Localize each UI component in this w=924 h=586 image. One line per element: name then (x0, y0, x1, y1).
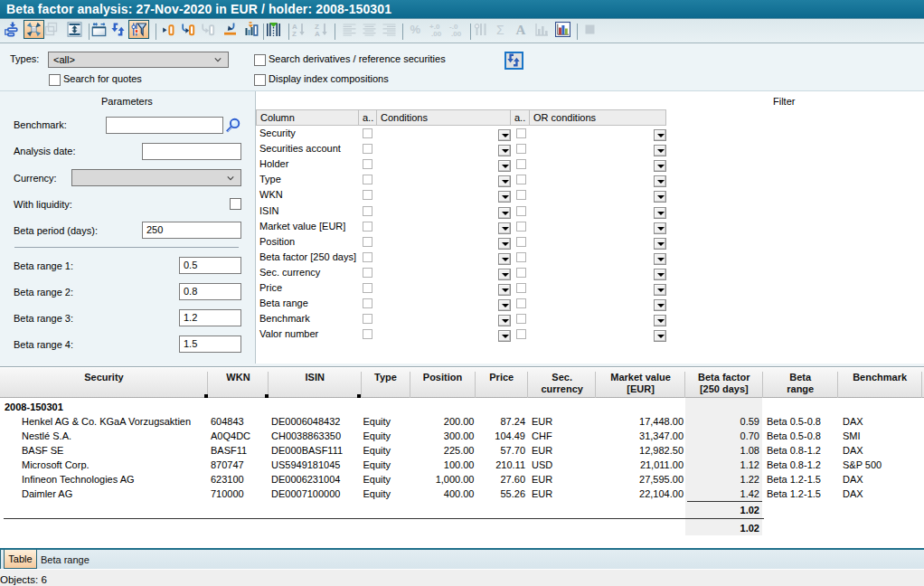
svg-text:Z: Z (292, 30, 297, 37)
svg-text:%: % (410, 23, 420, 36)
svg-text:.00: .00 (431, 30, 442, 38)
svg-text:.00: .00 (451, 30, 462, 38)
svg-text:Σ: Σ (496, 23, 504, 37)
svg-text:A: A (315, 30, 320, 37)
svg-text:A: A (515, 23, 525, 37)
